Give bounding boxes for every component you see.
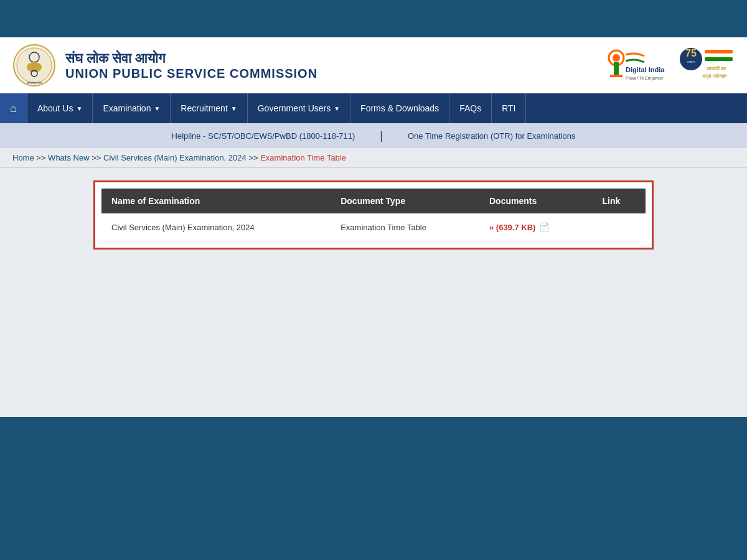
secondary-nav: Helpline - SC/ST/OBC/EWS/PwBD (1800-118-… bbox=[0, 123, 747, 148]
svg-rect-18 bbox=[705, 57, 733, 61]
breadcrumb-sep2: >> bbox=[92, 153, 103, 162]
breadcrumb-current: Examination Time Table bbox=[260, 153, 346, 162]
svg-text:अमृत महोत्सव: अमृत महोत्सव bbox=[702, 73, 727, 80]
org-name: संघ लोक सेवा आयोग UNION PUBLIC SERVICE C… bbox=[65, 50, 317, 81]
org-english: UNION PUBLIC SERVICE COMMISSION bbox=[65, 67, 317, 81]
nav-recruitment[interactable]: Recruitment ▼ bbox=[171, 93, 247, 123]
doc-type-cell: Examination Time Table bbox=[331, 213, 479, 241]
nav-home-button[interactable]: ⌂ bbox=[0, 93, 27, 123]
svg-text:YEARS: YEARS bbox=[687, 60, 695, 63]
azadi-logo: 75 YEARS आजादी का अमृत महोत्सव bbox=[679, 47, 735, 84]
recruitment-dropdown-icon: ▼ bbox=[231, 105, 237, 112]
link-cell bbox=[592, 213, 646, 241]
about-us-dropdown-icon: ▼ bbox=[76, 105, 82, 112]
nav-government-users[interactable]: Government Users ▼ bbox=[248, 93, 350, 123]
breadcrumb-civil-services[interactable]: Civil Services (Main) Examination, 2024 bbox=[103, 153, 247, 162]
exam-name-cell: Civil Services (Main) Examination, 2024 bbox=[101, 213, 331, 241]
documents-cell: » (639.7 KB) 📄 bbox=[479, 213, 593, 241]
svg-point-8 bbox=[613, 54, 620, 62]
header-right: Digital India Power To Empower 75 YEARS … bbox=[604, 47, 735, 84]
svg-rect-9 bbox=[614, 62, 619, 76]
document-download-link[interactable]: » (639.7 KB) 📄 bbox=[489, 223, 550, 232]
emblem-icon: सत्यमेव जयते bbox=[12, 44, 56, 87]
otr-link[interactable]: One Time Registration (OTR) for Examinat… bbox=[408, 131, 575, 141]
col-link: Link bbox=[592, 189, 646, 213]
svg-rect-4 bbox=[30, 66, 39, 72]
digital-india-logo: Digital India Power To Empower bbox=[604, 49, 666, 83]
nav-faqs[interactable]: FAQs bbox=[449, 93, 492, 123]
col-exam-name: Name of Examination bbox=[101, 189, 331, 213]
header: सत्यमेव जयते संघ लोक सेवा आयोग UNION PUB… bbox=[0, 37, 747, 93]
breadcrumb-home[interactable]: Home bbox=[12, 153, 34, 162]
nav-examination[interactable]: Examination ▼ bbox=[93, 93, 171, 123]
org-hindi: संघ लोक सेवा आयोग bbox=[65, 50, 317, 67]
table-header-row: Name of Examination Document Type Docume… bbox=[101, 189, 646, 213]
content-area: Name of Examination Document Type Docume… bbox=[0, 168, 747, 417]
home-icon: ⌂ bbox=[10, 102, 17, 115]
breadcrumb: Home >> Whats New >> Civil Services (Mai… bbox=[0, 148, 747, 168]
top-banner bbox=[0, 0, 747, 37]
col-doc-type: Document Type bbox=[331, 189, 479, 213]
col-documents: Documents bbox=[479, 189, 593, 213]
header-left: सत्यमेव जयते संघ लोक सेवा आयोग UNION PUB… bbox=[12, 44, 317, 87]
primary-nav: ⌂ About Us ▼ Examination ▼ Recruitment ▼… bbox=[0, 93, 747, 123]
svg-rect-10 bbox=[610, 75, 622, 77]
nav-about-us[interactable]: About Us ▼ bbox=[27, 93, 93, 123]
nav-forms-downloads[interactable]: Forms & Downloads bbox=[350, 93, 449, 123]
breadcrumb-sep1: >> bbox=[36, 153, 48, 162]
nav-rti[interactable]: RTI bbox=[492, 93, 526, 123]
examination-dropdown-icon: ▼ bbox=[154, 105, 160, 112]
govt-users-dropdown-icon: ▼ bbox=[334, 105, 340, 112]
svg-text:Digital India: Digital India bbox=[626, 66, 665, 73]
svg-text:सत्यमेव जयते: सत्यमेव जयते bbox=[26, 81, 42, 85]
svg-text:आजादी का: आजादी का bbox=[707, 65, 726, 72]
document-table-container: Name of Examination Document Type Docume… bbox=[93, 180, 654, 250]
helpline-link[interactable]: Helpline - SC/ST/OBC/EWS/PwBD (1800-118-… bbox=[172, 131, 355, 141]
svg-text:75: 75 bbox=[685, 48, 697, 58]
breadcrumb-sep3: >> bbox=[248, 153, 260, 162]
pdf-icon: 📄 bbox=[539, 222, 550, 232]
svg-text:Power To Empower: Power To Empower bbox=[626, 76, 664, 81]
svg-rect-16 bbox=[705, 50, 733, 54]
nav-divider: | bbox=[380, 129, 383, 142]
document-table: Name of Examination Document Type Docume… bbox=[101, 189, 646, 241]
bottom-section bbox=[0, 417, 747, 541]
table-row: Civil Services (Main) Examination, 2024 … bbox=[101, 213, 646, 241]
svg-rect-17 bbox=[705, 54, 733, 57]
breadcrumb-whats-new[interactable]: Whats New bbox=[48, 153, 89, 162]
